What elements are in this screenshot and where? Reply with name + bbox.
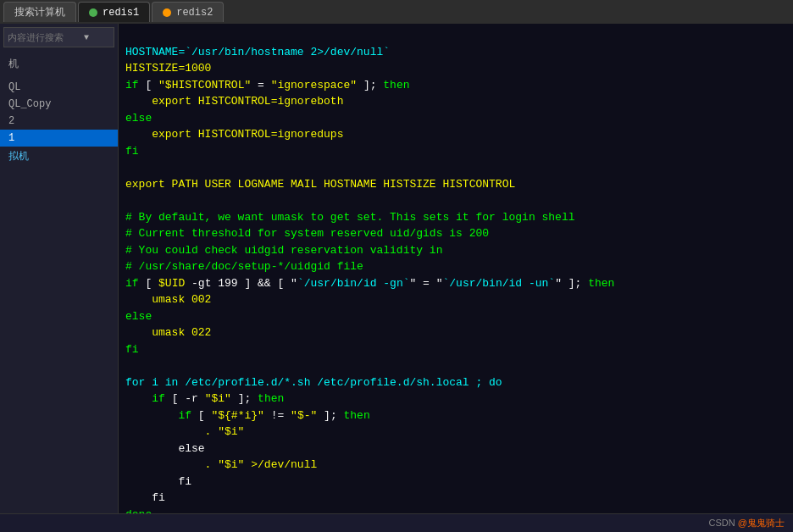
main-layout: ▼ 机 QL QL_Copy 2 1 拟机 HOSTNAME=`/usr/bin…	[0, 24, 793, 513]
sidebar-item-ql[interactable]: QL	[0, 79, 118, 96]
status-bar: CSDN @鬼鬼骑士	[0, 513, 793, 532]
sidebar-item-vm[interactable]: 拟机	[0, 147, 118, 166]
tab-redis1-icon	[89, 8, 97, 17]
brand-label: @鬼鬼骑士	[738, 518, 785, 528]
sidebar: ▼ 机 QL QL_Copy 2 1 拟机	[0, 24, 119, 513]
tab-redis1-label: redis1	[103, 7, 139, 19]
search-bar[interactable]: ▼	[3, 27, 114, 47]
tab-redis2-label: redis2	[176, 7, 213, 19]
tab-redis2-icon	[163, 8, 171, 17]
sidebar-item-1-active[interactable]: 1	[0, 130, 118, 147]
tab-redis2[interactable]: redis2	[152, 2, 224, 22]
terminal-area[interactable]: HOSTNAME=`/usr/bin/hostname 2>/dev/null`…	[119, 24, 793, 513]
sidebar-item-ql-copy[interactable]: QL_Copy	[0, 96, 118, 113]
status-text: CSDN @鬼鬼骑士	[709, 517, 785, 529]
tab-computer-label: 搜索计算机	[14, 5, 65, 19]
tab-computer[interactable]: 搜索计算机	[3, 2, 76, 22]
sidebar-list: 机 QL QL_Copy 2 1 拟机	[0, 51, 118, 513]
code-block: HOSTNAME=`/usr/bin/hostname 2>/dev/null`…	[125, 27, 786, 513]
sidebar-item-0[interactable]: 机	[0, 54, 118, 74]
tab-redis1[interactable]: redis1	[78, 2, 150, 22]
search-dropdown-icon[interactable]: ▼	[84, 33, 89, 42]
search-input[interactable]	[8, 32, 84, 42]
tab-bar: 搜索计算机 redis1 redis2	[0, 0, 793, 24]
sidebar-item-2[interactable]: 2	[0, 113, 118, 130]
